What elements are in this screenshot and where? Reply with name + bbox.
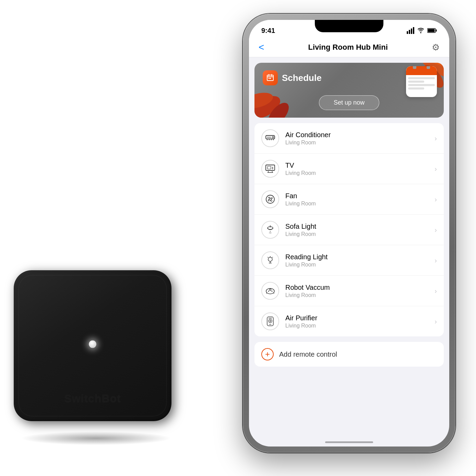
signal-bars-icon	[407, 27, 414, 34]
back-button[interactable]: <	[259, 42, 264, 53]
home-indicator	[325, 441, 373, 443]
device-list: Air Conditioner Living Room ›	[254, 123, 444, 336]
switchbot-device: SwitchBot	[14, 270, 178, 435]
device-info: Air Conditioner Living Room	[285, 131, 428, 146]
add-icon: +	[261, 348, 274, 360]
reading-light-icon	[261, 251, 279, 269]
svg-point-47	[272, 291, 273, 292]
svg-point-50	[270, 320, 271, 322]
setup-now-button[interactable]: Set up now	[319, 95, 379, 110]
svg-point-42	[266, 288, 274, 294]
svg-line-35	[270, 231, 272, 234]
device-info: TV Living Room	[285, 162, 428, 176]
add-remote-control[interactable]: + Add remote control	[254, 342, 444, 367]
device-info: Sofa Light Living Room	[285, 223, 428, 237]
device-name: Sofa Light	[285, 223, 428, 230]
device-info: Air Purifier Living Room	[285, 314, 428, 329]
list-item[interactable]: Air Conditioner Living Room ›	[254, 123, 444, 154]
device-room: Living Room	[285, 201, 428, 207]
chevron-right-icon: ›	[435, 226, 437, 234]
battery-icon	[427, 28, 437, 33]
device-room: Living Room	[285, 231, 428, 237]
device-room: Living Room	[285, 140, 428, 146]
robot-vacuum-icon	[261, 282, 279, 300]
calendar-graphic	[406, 66, 437, 97]
device-name: Reading Light	[285, 253, 428, 261]
list-item[interactable]: Fan Living Room ›	[254, 184, 444, 215]
device-info: Robot Vaccum Living Room	[285, 284, 428, 298]
svg-rect-26	[267, 166, 271, 169]
phone-frame: 9:41	[243, 14, 455, 453]
svg-rect-1	[428, 29, 435, 32]
device-room: Living Room	[285, 292, 428, 298]
device-name: TV	[285, 162, 428, 169]
svg-line-40	[268, 257, 269, 258]
svg-rect-13	[269, 78, 270, 79]
wifi-icon	[417, 28, 425, 33]
device-name: Robot Vaccum	[285, 284, 428, 291]
signal-bar-4	[413, 27, 414, 34]
svg-rect-2	[436, 29, 437, 32]
svg-point-46	[268, 291, 269, 292]
list-item[interactable]: Sofa Light Living Room ›	[254, 215, 444, 245]
sofa-light-icon	[261, 221, 279, 239]
device-name: Air Conditioner	[285, 131, 428, 139]
svg-line-41	[272, 257, 273, 258]
device-led	[89, 341, 96, 348]
chevron-right-icon: ›	[435, 165, 437, 173]
svg-rect-14	[270, 78, 271, 79]
page-title: Living Room Hub Mini	[308, 43, 388, 52]
device-room: Living Room	[285, 262, 428, 268]
svg-rect-22	[266, 165, 275, 170]
status-icons	[407, 27, 437, 34]
tv-icon	[261, 160, 279, 178]
schedule-banner: Schedule	[254, 63, 444, 118]
list-item[interactable]: Air Purifier Living Room ›	[254, 306, 444, 336]
phone-screen: 9:41	[249, 20, 449, 447]
signal-bar-1	[407, 31, 408, 34]
nav-bar: < Living Room Hub Mini ⚙	[249, 38, 449, 57]
device-brand-label: SwitchBot	[64, 392, 121, 405]
chevron-right-icon: ›	[435, 287, 437, 295]
device-info: Fan Living Room	[285, 192, 428, 207]
phone-notch	[315, 20, 383, 32]
svg-line-44	[266, 293, 267, 294]
list-item[interactable]: Reading Light Living Room ›	[254, 245, 444, 276]
chevron-right-icon: ›	[435, 257, 437, 264]
fan-icon	[261, 190, 279, 208]
add-remote-label: Add remote control	[279, 350, 337, 358]
signal-bar-2	[409, 30, 410, 34]
status-time: 9:41	[261, 27, 275, 35]
svg-line-45	[274, 293, 274, 294]
svg-point-28	[272, 168, 273, 169]
ac-icon	[261, 129, 279, 147]
svg-point-36	[268, 257, 272, 261]
chevron-right-icon: ›	[435, 318, 437, 325]
device-room: Living Room	[285, 323, 428, 329]
settings-icon[interactable]: ⚙	[432, 42, 440, 53]
svg-point-27	[272, 167, 273, 168]
phone: 9:41	[243, 14, 455, 453]
svg-point-43	[270, 289, 271, 291]
svg-point-20	[272, 136, 274, 138]
device-info: Reading Light Living Room	[285, 253, 428, 268]
device-body: SwitchBot	[14, 270, 171, 421]
chevron-right-icon: ›	[435, 134, 437, 142]
signal-bar-3	[411, 28, 412, 34]
setup-button-row: Set up now	[263, 95, 436, 110]
device-name: Fan	[285, 192, 428, 200]
list-item[interactable]: TV Living Room ›	[254, 154, 444, 184]
device-name: Air Purifier	[285, 314, 428, 322]
svg-point-29	[266, 195, 274, 203]
svg-point-30	[269, 198, 271, 200]
list-item[interactable]: Robot Vaccum Living Room ›	[254, 276, 444, 306]
air-purifier-icon	[261, 312, 279, 330]
schedule-icon	[263, 70, 278, 85]
chevron-right-icon: ›	[435, 195, 437, 203]
svg-line-33	[269, 231, 270, 234]
device-room: Living Room	[285, 170, 428, 176]
schedule-title: Schedule	[282, 73, 322, 83]
device-shadow	[21, 431, 171, 445]
